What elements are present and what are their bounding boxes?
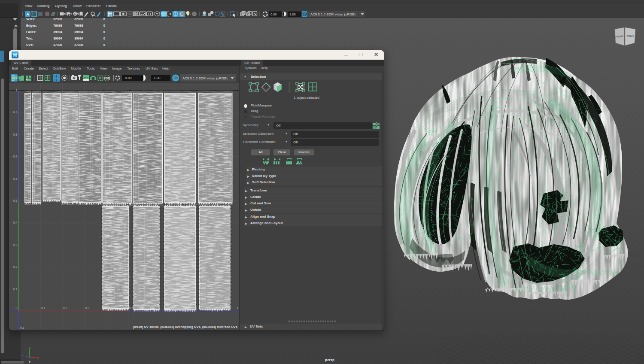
svg-text:RIGHT: RIGHT xyxy=(626,34,634,37)
svg-text:0.1: 0.1 xyxy=(41,306,45,309)
svg-text:0.3: 0.3 xyxy=(13,243,18,246)
svg-text:M: M xyxy=(13,53,17,58)
svg-text:0.2: 0.2 xyxy=(13,265,18,268)
svg-text:TT: TT xyxy=(148,12,152,15)
svg-text:1: 1 xyxy=(16,89,18,92)
svg-text:0.4: 0.4 xyxy=(107,306,112,309)
svg-text:PSD: PSD xyxy=(103,76,110,80)
svg-text:A: A xyxy=(26,12,29,16)
svg-text:1.00: 1.00 xyxy=(289,12,296,16)
svg-text:0.6: 0.6 xyxy=(151,306,155,309)
svg-text:ACES 1.0 SDR-video (sRGB): ACES 1.0 SDR-video (sRGB) xyxy=(310,12,355,16)
svg-text:0.7: 0.7 xyxy=(13,155,18,158)
svg-text:0.00: 0.00 xyxy=(270,12,277,16)
svg-text:0.1: 0.1 xyxy=(13,288,18,291)
svg-text:0.5: 0.5 xyxy=(13,199,18,202)
svg-text:0.3: 0.3 xyxy=(85,306,89,309)
svg-text:ON: ON xyxy=(303,13,306,15)
svg-text:8: 8 xyxy=(195,306,197,309)
svg-text:0: 0 xyxy=(16,306,18,309)
svg-text:ON: ON xyxy=(174,77,177,79)
svg-text:0.4: 0.4 xyxy=(13,221,18,224)
svg-text:0.8: 0.8 xyxy=(13,133,18,136)
svg-text:x: x xyxy=(37,356,39,360)
svg-text:1: 1 xyxy=(237,306,238,309)
svg-text:0.2: 0.2 xyxy=(63,306,67,309)
svg-text:0.5: 0.5 xyxy=(129,306,134,309)
svg-text:0.00: 0.00 xyxy=(125,76,132,80)
svg-text:0.1: 0.1 xyxy=(20,326,24,329)
svg-text:y: y xyxy=(29,346,30,350)
svg-text:0.6: 0.6 xyxy=(13,177,18,180)
svg-text:0.9: 0.9 xyxy=(13,111,18,114)
svg-text:(0/645) UV shells, (0/36401) o: (0/645) UV shells, (0/36401) overlapping… xyxy=(133,325,237,329)
svg-text:z: z xyxy=(21,354,23,358)
svg-text:1.00: 1.00 xyxy=(154,76,161,80)
svg-text:ACES 1.0 SDR-video (sRGB): ACES 1.0 SDR-video (sRGB) xyxy=(182,76,228,80)
